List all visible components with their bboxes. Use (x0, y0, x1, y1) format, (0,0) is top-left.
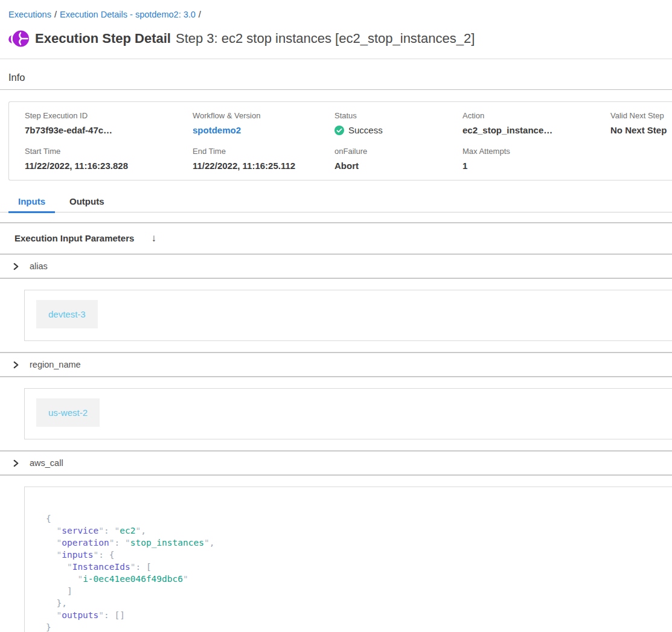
field-label: Workflow & Version (193, 111, 334, 120)
chevron-right-icon[interactable] (12, 459, 20, 467)
field-label: Valid Next Step (610, 111, 672, 120)
section-header-region-name[interactable]: region_name (0, 352, 672, 377)
field-value: 11/22/2022, 11:16:23.828 (25, 161, 193, 171)
section-name: region_name (30, 359, 81, 370)
field-label: Step Execution ID (25, 111, 193, 120)
execution-input-parameters-bar: Execution Input Parameters ↓ (0, 222, 672, 254)
section-header-alias[interactable]: alias (0, 254, 672, 279)
field-label: Start Time (25, 147, 193, 156)
app-logo-icon (8, 30, 29, 48)
chevron-right-icon[interactable] (12, 361, 20, 369)
execution-input-parameters-label: Execution Input Parameters (14, 233, 134, 244)
field-on-failure: onFailure Abort (334, 147, 462, 171)
info-section-title: Info (8, 72, 672, 83)
region-name-value-chip: us-west-2 (36, 398, 100, 427)
tabbar: Inputs Outputs (0, 196, 672, 212)
page-subtitle: Step 3: ec2 stop instances [ec2_stop_ins… (176, 31, 475, 46)
alias-content-box: devtest-3 (24, 290, 672, 341)
page-header: Execution Step Detail Step 3: ec2 stop i… (8, 29, 664, 48)
field-workflow-version: Workflow & Version spotdemo2 (193, 111, 334, 136)
breadcrumb-link-executions[interactable]: Executions (8, 10, 51, 19)
section-header-aws-call[interactable]: aws_call (0, 450, 672, 476)
field-action: Action ec2_stop_instance… (462, 111, 610, 136)
field-value: 1 (462, 161, 610, 171)
region-name-content-box: us-west-2 (24, 388, 672, 439)
success-check-icon (334, 126, 344, 135)
field-label: Status (334, 111, 462, 120)
field-end-time: End Time 11/22/2022, 11:16:25.112 (193, 147, 334, 171)
field-step-execution-id: Step Execution ID 7b73f93e-edaf-47c… (25, 111, 193, 136)
field-start-time: Start Time 11/22/2022, 11:16:23.828 (25, 147, 193, 171)
field-value: ec2_stop_instance… (462, 125, 610, 136)
field-value: 7b73f93e-edaf-47c… (25, 125, 193, 136)
info-divider (0, 89, 672, 90)
tab-outputs[interactable]: Outputs (62, 196, 112, 212)
aws-call-content-box: { "service": "ec2", "operation": "stop_i… (24, 487, 672, 632)
breadcrumb: Executions/Execution Details - spotdemo2… (0, 0, 672, 19)
field-max-attempts: Max Attempts 1 (462, 147, 610, 171)
section-name: alias (30, 261, 48, 272)
field-valid-next-step: Valid Next Step No Next Step (610, 111, 672, 136)
arrow-down-icon[interactable]: ↓ (151, 232, 156, 244)
field-value: 11/22/2022, 11:16:25.112 (193, 161, 334, 171)
chevron-right-icon[interactable] (12, 263, 20, 270)
field-value: Abort (334, 161, 462, 171)
breadcrumb-link-execution-details[interactable]: Execution Details - spotdemo2: 3.0 (60, 10, 196, 19)
status-text: Success (348, 125, 383, 136)
info-card: Step Execution ID 7b73f93e-edaf-47c… Wor… (8, 101, 672, 180)
field-label: End Time (193, 147, 334, 156)
field-label: Action (462, 111, 610, 120)
aws-call-json-code: { "service": "ec2", "operation": "stop_i… (46, 512, 672, 632)
tab-inputs[interactable]: Inputs (8, 196, 55, 213)
workflow-link[interactable]: spotdemo2 (193, 125, 334, 136)
field-value: No Next Step (610, 125, 672, 136)
breadcrumb-separator: / (196, 10, 204, 19)
page-title: Execution Step Detail (35, 31, 171, 46)
field-status: Status Success (334, 111, 462, 136)
header-divider (0, 59, 672, 59)
field-label: Max Attempts (462, 147, 610, 156)
breadcrumb-separator: / (51, 10, 60, 19)
status-badge: Success (334, 125, 462, 136)
alias-value-chip: devtest-3 (36, 300, 98, 328)
field-label: onFailure (334, 147, 462, 156)
section-name: aws_call (30, 458, 63, 468)
